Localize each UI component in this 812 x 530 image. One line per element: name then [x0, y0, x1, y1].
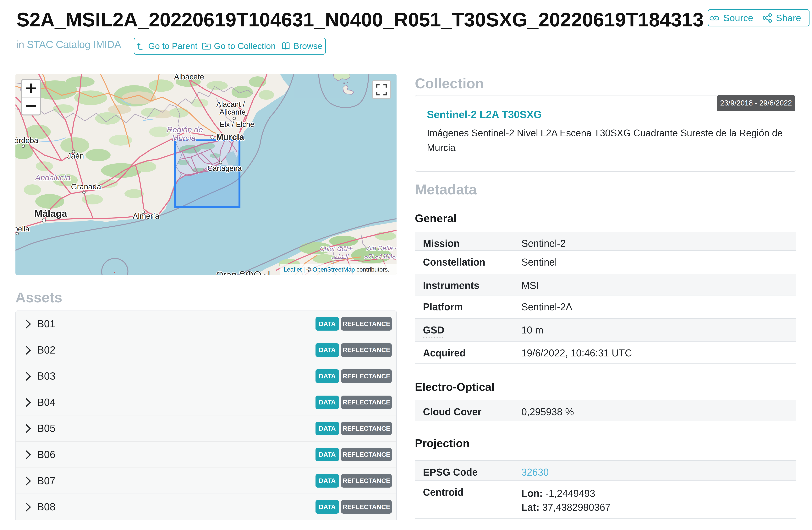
svg-text:Chlef ⵛⵛⵏⵜ: Chlef ⵛⵛⵏⵜ — [320, 245, 353, 252]
svg-text:órdoba: órdoba — [15, 136, 39, 145]
svg-text:Alicante: Alicante — [219, 108, 245, 116]
svg-text:bella: bella — [15, 225, 30, 233]
svg-text:Elx / Elche: Elx / Elche — [220, 120, 254, 129]
svg-text:Región de: Región de — [167, 125, 203, 134]
svg-text:Murcia: Murcia — [172, 134, 195, 143]
svg-text:Málaga: Málaga — [34, 208, 67, 219]
svg-text:Murcia: Murcia — [216, 132, 244, 142]
svg-text:Oran ⵓⵀⵔⴰⵏ: Oran ⵓⵀⵔⴰⵏ — [216, 270, 270, 275]
svg-text:الشلف: الشلف — [331, 253, 349, 260]
svg-text:Leaflet | © OpenStreetMap cont: Leaflet | © OpenStreetMap contributors. — [284, 266, 389, 273]
svg-text:Cartagena: Cartagena — [207, 164, 242, 173]
svg-text:Alacant /: Alacant / — [216, 100, 245, 108]
svg-text:Andalucía: Andalucía — [35, 173, 70, 182]
svg-text:Ain Defla~: Ain Defla~ — [367, 245, 396, 252]
svg-text:Almería: Almería — [133, 212, 160, 220]
svg-text:Granada: Granada — [71, 182, 101, 191]
svg-text:ⴰⵢⵏ ⴰⴷⴼⵍⴰ。: ⴰⵢⵏ ⴰⴷⴼⵍⴰ。 — [364, 253, 396, 260]
svg-text:Albacete: Albacete — [174, 74, 204, 81]
svg-text:Jaén: Jaén — [67, 151, 84, 160]
